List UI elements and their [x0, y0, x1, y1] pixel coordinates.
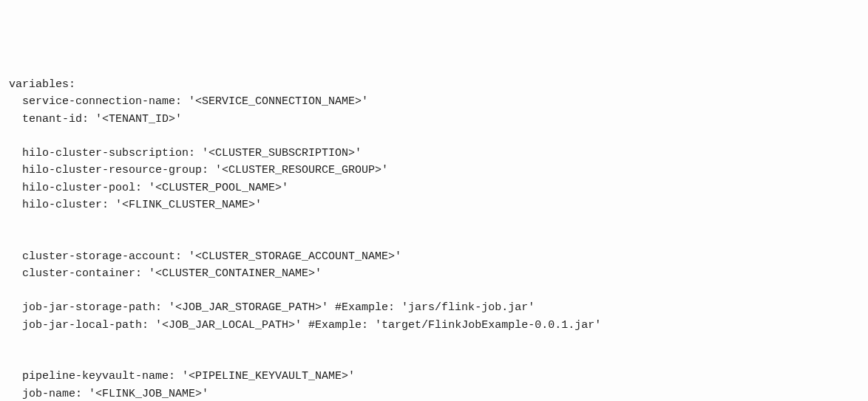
variable-value: '<FLINK_CLUSTER_NAME>': [115, 199, 262, 211]
variable-value: '<CLUSTER_CONTAINER_NAME>': [149, 267, 322, 280]
variable-key: job-name: [22, 388, 75, 400]
colon-separator: :: [135, 182, 149, 194]
variable-value: '<SERVICE_CONNECTION_NAME>': [189, 95, 368, 108]
variable-key: hilo-cluster-pool: [22, 182, 135, 194]
variable-line: pipeline-keyvault-name: '<PIPELINE_KEYVA…: [9, 368, 859, 385]
variable-key: hilo-cluster-subscription: [22, 147, 189, 160]
variable-value: '<CLUSTER_STORAGE_ACCOUNT_NAME>': [189, 250, 401, 263]
variable-key: job-jar-local-path: [22, 319, 142, 332]
blank-line: [9, 282, 859, 299]
variable-line: hilo-cluster-resource-group: '<CLUSTER_R…: [9, 162, 859, 179]
colon-separator: :: [169, 370, 182, 383]
variable-value: '<CLUSTER_POOL_NAME>': [149, 182, 288, 194]
variable-key: service-connection-name: [22, 95, 175, 108]
variable-key: cluster-storage-account: [22, 250, 175, 263]
colon-separator: :: [102, 199, 115, 211]
variable-value: '<CLUSTER_RESOURCE_GROUP>': [215, 164, 388, 176]
variable-value: '<JOB_JAR_LOCAL_PATH>': [155, 319, 302, 332]
colon-separator: :: [142, 319, 155, 332]
variable-line: job-jar-storage-path: '<JOB_JAR_STORAGE_…: [9, 299, 859, 316]
variable-value: '<PIPELINE_KEYVAULT_NAME>': [182, 370, 355, 383]
blank-line: [9, 213, 859, 230]
colon-separator: :: [155, 301, 169, 314]
variable-line: job-name: '<FLINK_JOB_NAME>': [9, 385, 859, 402]
colon-separator: :: [175, 250, 189, 263]
variable-value: '<CLUSTER_SUBSCRIPTION>': [202, 147, 362, 160]
blank-line: [9, 334, 859, 351]
colon-separator: :: [135, 267, 149, 280]
colon-separator: :: [175, 95, 189, 108]
variable-line: job-jar-local-path: '<JOB_JAR_LOCAL_PATH…: [9, 317, 859, 334]
colon-separator: :: [189, 147, 202, 160]
blank-line: [9, 351, 859, 368]
variable-line: hilo-cluster-subscription: '<CLUSTER_SUB…: [9, 145, 859, 162]
variable-key: hilo-cluster: [22, 199, 102, 211]
blank-line: [9, 230, 859, 247]
variable-key: pipeline-keyvault-name: [22, 370, 169, 383]
variable-line: cluster-container: '<CLUSTER_CONTAINER_N…: [9, 265, 859, 282]
variable-key: tenant-id: [22, 113, 82, 126]
colon-separator: :: [75, 388, 89, 400]
variable-value: '<FLINK_JOB_NAME>': [89, 388, 208, 400]
variable-line: service-connection-name: '<SERVICE_CONNE…: [9, 93, 859, 110]
variable-key: cluster-container: [22, 267, 135, 280]
variables-header: variables:: [9, 76, 859, 93]
variable-value: '<TENANT_ID>': [95, 113, 182, 126]
code-block: variables:service-connection-name: '<SER…: [9, 76, 859, 401]
colon-separator: :: [202, 164, 215, 176]
inline-comment: #Example: 'jars/flink-job.jar': [328, 301, 535, 314]
variable-line: hilo-cluster-pool: '<CLUSTER_POOL_NAME>': [9, 179, 859, 196]
inline-comment: #Example: 'target/FlinkJobExample-0.0.1.…: [302, 319, 601, 332]
variable-key: job-jar-storage-path: [22, 301, 155, 314]
colon-separator: :: [82, 113, 95, 126]
variable-key: hilo-cluster-resource-group: [22, 164, 202, 176]
blank-line: [9, 128, 859, 145]
variable-line: cluster-storage-account: '<CLUSTER_STORA…: [9, 248, 859, 265]
variable-line: tenant-id: '<TENANT_ID>': [9, 111, 859, 128]
variable-line: hilo-cluster: '<FLINK_CLUSTER_NAME>': [9, 196, 859, 213]
variable-value: '<JOB_JAR_STORAGE_PATH>': [169, 301, 328, 314]
